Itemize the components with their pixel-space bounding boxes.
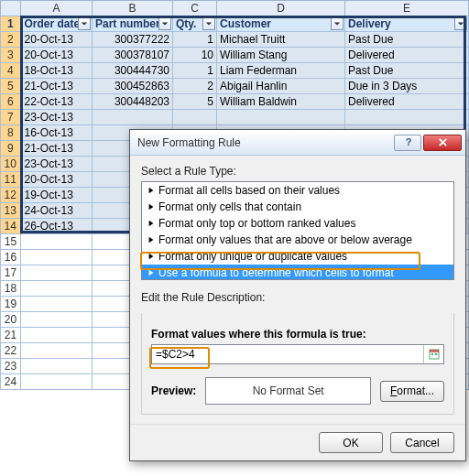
row-header-13[interactable]: 13 bbox=[1, 203, 21, 219]
rule-type-item-1[interactable]: Format only cells that contain bbox=[142, 199, 453, 215]
close-button[interactable] bbox=[423, 135, 462, 151]
cell-A20[interactable] bbox=[21, 312, 93, 328]
cell-D4[interactable]: Liam Federman bbox=[217, 63, 345, 79]
col-C[interactable]: C bbox=[173, 1, 217, 16]
cell-A14[interactable]: 26-Oct-13 bbox=[21, 219, 93, 234]
filter-dropdown-icon[interactable] bbox=[202, 17, 215, 30]
rule-type-item-5[interactable]: Use a formula to determine which cells t… bbox=[142, 265, 453, 280]
cell-A15[interactable] bbox=[21, 234, 93, 250]
cell-D7[interactable] bbox=[217, 110, 345, 125]
cell-A3[interactable]: 20-Oct-13 bbox=[21, 48, 93, 63]
cell-C4[interactable]: 1 bbox=[173, 63, 217, 79]
cell-A22[interactable] bbox=[21, 343, 93, 359]
cell-A2[interactable]: 20-Oct-13 bbox=[21, 32, 93, 48]
col-D[interactable]: D bbox=[217, 1, 345, 16]
row-header-23[interactable]: 23 bbox=[1, 359, 21, 374]
row-header-7[interactable]: 7 bbox=[1, 110, 21, 125]
cancel-button[interactable]: Cancel bbox=[390, 432, 454, 453]
cell-B3[interactable]: 300378107 bbox=[93, 48, 173, 63]
row-header-22[interactable]: 22 bbox=[1, 343, 21, 359]
cell-E1[interactable]: Delivery bbox=[345, 16, 469, 32]
rule-type-item-3[interactable]: Format only values that are above or bel… bbox=[142, 232, 453, 248]
cell-B6[interactable]: 300448203 bbox=[93, 94, 173, 110]
dialog-titlebar[interactable]: New Formatting Rule ? bbox=[130, 130, 465, 156]
formula-input[interactable] bbox=[152, 348, 423, 361]
cell-D5[interactable]: Abigail Hanlin bbox=[217, 79, 345, 94]
cell-A23[interactable] bbox=[21, 359, 93, 374]
row-header-10[interactable]: 10 bbox=[1, 157, 21, 172]
help-button[interactable]: ? bbox=[394, 135, 421, 151]
row-header-24[interactable]: 24 bbox=[1, 374, 21, 390]
cell-A19[interactable] bbox=[21, 297, 93, 312]
cell-A10[interactable]: 23-Oct-13 bbox=[21, 157, 93, 172]
cell-C6[interactable]: 5 bbox=[173, 94, 217, 110]
cell-E6[interactable]: Delivered bbox=[345, 94, 469, 110]
rule-type-list[interactable]: Format all cells based on their valuesFo… bbox=[141, 181, 454, 280]
row-header-8[interactable]: 8 bbox=[1, 125, 21, 141]
cell-B4[interactable]: 300444730 bbox=[93, 63, 173, 79]
col-B[interactable]: B bbox=[93, 1, 173, 16]
row-header-17[interactable]: 17 bbox=[1, 265, 21, 281]
cell-E3[interactable]: Delivered bbox=[345, 48, 469, 63]
row-header-19[interactable]: 19 bbox=[1, 297, 21, 312]
cell-A11[interactable]: 20-Oct-13 bbox=[21, 172, 93, 188]
row-header-21[interactable]: 21 bbox=[1, 328, 21, 343]
cell-A5[interactable]: 21-Oct-13 bbox=[21, 79, 93, 94]
cell-A7[interactable]: 23-Oct-13 bbox=[21, 110, 93, 125]
rule-type-item-4[interactable]: Format only unique or duplicate values bbox=[142, 248, 453, 265]
cell-A18[interactable] bbox=[21, 281, 93, 297]
row-header-6[interactable]: 6 bbox=[1, 94, 21, 110]
cell-A16[interactable] bbox=[21, 250, 93, 265]
cell-E4[interactable]: Past Due bbox=[345, 63, 469, 79]
cell-A1[interactable]: Order date bbox=[21, 16, 93, 32]
rule-type-item-0[interactable]: Format all cells based on their values bbox=[142, 182, 453, 199]
range-selector-button[interactable] bbox=[423, 345, 443, 363]
cell-A12[interactable]: 19-Oct-13 bbox=[21, 188, 93, 203]
cell-D1[interactable]: Customer bbox=[217, 16, 345, 32]
row-header-15[interactable]: 15 bbox=[1, 234, 21, 250]
select-all-corner[interactable] bbox=[1, 1, 21, 16]
cell-D3[interactable]: William Stang bbox=[217, 48, 345, 63]
cell-C3[interactable]: 10 bbox=[173, 48, 217, 63]
row-header-11[interactable]: 11 bbox=[1, 172, 21, 188]
cell-C1[interactable]: Qty. bbox=[173, 16, 217, 32]
cell-B7[interactable] bbox=[93, 110, 173, 125]
cell-A8[interactable]: 16-Oct-13 bbox=[21, 125, 93, 141]
cell-C7[interactable] bbox=[173, 110, 217, 125]
row-header-5[interactable]: 5 bbox=[1, 79, 21, 94]
filter-dropdown-icon[interactable] bbox=[331, 17, 344, 30]
filter-dropdown-icon[interactable] bbox=[78, 17, 91, 30]
cell-C5[interactable]: 2 bbox=[173, 79, 217, 94]
col-A[interactable]: A bbox=[21, 1, 93, 16]
row-header-16[interactable]: 16 bbox=[1, 250, 21, 265]
cell-A9[interactable]: 21-Oct-13 bbox=[21, 141, 93, 157]
row-header-4[interactable]: 4 bbox=[1, 63, 21, 79]
row-header-18[interactable]: 18 bbox=[1, 281, 21, 297]
ok-button[interactable]: OK bbox=[319, 432, 383, 453]
cell-B5[interactable]: 300452863 bbox=[93, 79, 173, 94]
row-header-3[interactable]: 3 bbox=[1, 48, 21, 63]
cell-A4[interactable]: 18-Oct-13 bbox=[21, 63, 93, 79]
cell-B1[interactable]: Part number bbox=[93, 16, 173, 32]
row-header-12[interactable]: 12 bbox=[1, 188, 21, 203]
filter-dropdown-icon[interactable] bbox=[454, 17, 467, 30]
row-header-20[interactable]: 20 bbox=[1, 312, 21, 328]
row-header-1[interactable]: 1 bbox=[1, 16, 21, 32]
cell-E7[interactable] bbox=[345, 110, 469, 125]
cell-A17[interactable] bbox=[21, 265, 93, 281]
rule-type-item-2[interactable]: Format only top or bottom ranked values bbox=[142, 215, 453, 232]
filter-dropdown-icon[interactable] bbox=[158, 17, 171, 30]
row-header-14[interactable]: 14 bbox=[1, 219, 21, 234]
cell-E5[interactable]: Due in 3 Days bbox=[345, 79, 469, 94]
row-header-9[interactable]: 9 bbox=[1, 141, 21, 157]
cell-B2[interactable]: 300377222 bbox=[93, 32, 173, 48]
col-E[interactable]: E bbox=[345, 1, 469, 16]
cell-A6[interactable]: 22-Oct-13 bbox=[21, 94, 93, 110]
cell-E2[interactable]: Past Due bbox=[345, 32, 469, 48]
cell-A24[interactable] bbox=[21, 374, 93, 390]
cell-A21[interactable] bbox=[21, 328, 93, 343]
row-header-2[interactable]: 2 bbox=[1, 32, 21, 48]
cell-D6[interactable]: William Baldwin bbox=[217, 94, 345, 110]
cell-C2[interactable]: 1 bbox=[173, 32, 217, 48]
cell-A13[interactable]: 24-Oct-13 bbox=[21, 203, 93, 219]
